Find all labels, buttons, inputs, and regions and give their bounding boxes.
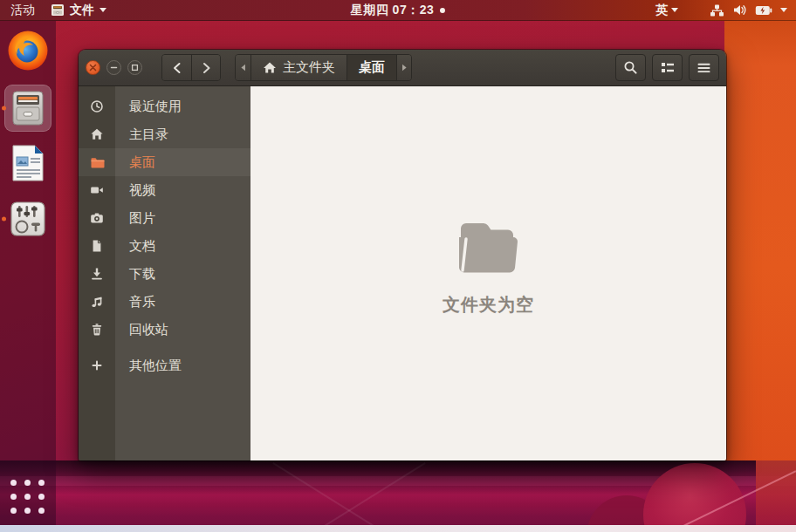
hamburger-icon [697, 63, 710, 73]
sidebar-item-music[interactable]: 音乐 [79, 288, 250, 316]
nav-buttons [161, 54, 221, 81]
close-button[interactable] [86, 60, 100, 75]
desktop: 活动 文件 星期四 07：23 英 [0, 0, 796, 532]
activities-button[interactable]: 活动 [10, 3, 35, 18]
sidebar-item-label: 文档 [115, 238, 155, 255]
sidebar-item-label: 桌面 [115, 154, 155, 171]
app-menu-label: 文件 [70, 3, 94, 18]
sidebar-item-label: 图片 [115, 210, 155, 227]
sidebar-item-label: 主目录 [115, 126, 168, 143]
volume-icon [732, 3, 747, 17]
view-toggle-button[interactable] [652, 54, 683, 81]
system-menu-chevron-icon[interactable] [780, 8, 787, 12]
running-indicator [2, 217, 6, 222]
dock-item-firefox[interactable] [0, 21, 56, 80]
folder-view[interactable]: 文件夹为空 [250, 86, 726, 460]
sidebar-item-label: 最近使用 [115, 99, 182, 115]
top-bar: 活动 文件 星期四 07：23 英 [0, 0, 796, 21]
sidebar-item-label: 下载 [115, 266, 155, 283]
firefox-icon [7, 30, 49, 72]
maximize-button[interactable] [127, 60, 142, 75]
sidebar-item-recent[interactable]: 最近使用 [79, 92, 250, 120]
files-app-icon [51, 3, 65, 17]
sidebar-item-label: 视频 [115, 182, 155, 199]
path-home-label: 主文件夹 [283, 59, 335, 76]
wallpaper-orange-band [724, 21, 796, 467]
plus-icon [79, 359, 115, 372]
path-scroll-left-button[interactable] [236, 55, 250, 80]
sidebar-item-desktop[interactable]: 桌面 [79, 148, 250, 176]
app-grid-icon [10, 480, 45, 515]
sidebar-item-home[interactable]: 主目录 [79, 120, 250, 148]
sidebar: 最近使用 主目录 桌面 [79, 86, 250, 460]
list-view-icon [661, 61, 675, 74]
sidebar-item-documents[interactable]: 文档 [79, 232, 250, 260]
pictures-icon [79, 211, 115, 225]
audio-mixer-icon [8, 199, 48, 239]
sidebar-item-label: 其他位置 [115, 358, 182, 374]
header-bar: 主文件夹 桌面 [79, 50, 726, 86]
empty-state: 文件夹为空 [443, 216, 534, 317]
notification-dot-icon [440, 8, 445, 13]
back-button[interactable] [162, 55, 191, 80]
sidebar-item-label: 回收站 [115, 322, 168, 338]
path-bar: 主文件夹 桌面 [235, 54, 412, 81]
dock [0, 21, 56, 525]
running-indicator [2, 106, 6, 111]
files-icon [4, 85, 51, 132]
system-tray[interactable]: 英 [655, 3, 796, 18]
documents-icon [79, 239, 115, 253]
folder-icon [79, 156, 115, 169]
wallpaper-right-red [756, 460, 796, 525]
sidebar-item-videos[interactable]: 视频 [79, 176, 250, 204]
sidebar-item-trash[interactable]: 回收站 [79, 316, 250, 344]
home-icon [263, 61, 277, 74]
dock-item-files[interactable] [0, 80, 56, 136]
sidebar-item-downloads[interactable]: 下载 [79, 260, 250, 288]
chevron-down-icon [100, 8, 106, 12]
dock-item-audio-mixer[interactable] [0, 190, 56, 248]
network-icon [710, 3, 724, 17]
path-current-button[interactable]: 桌面 [347, 55, 396, 80]
empty-folder-icon [452, 216, 525, 277]
minimize-button[interactable] [106, 60, 121, 75]
dock-item-libreoffice-writer[interactable] [0, 136, 56, 190]
sidebar-item-label: 音乐 [115, 294, 155, 310]
app-menu[interactable]: 文件 [51, 3, 106, 18]
chevron-down-icon [671, 8, 678, 12]
path-current-label: 桌面 [359, 59, 385, 76]
path-scroll-right-button[interactable] [396, 55, 411, 80]
downloads-icon [79, 267, 115, 281]
videos-icon [79, 183, 115, 197]
menu-button[interactable] [689, 54, 719, 81]
forward-button[interactable] [191, 55, 220, 80]
home-icon [79, 127, 115, 141]
path-home-button[interactable]: 主文件夹 [250, 55, 347, 80]
input-method-indicator[interactable]: 英 [655, 3, 678, 18]
files-window: 主文件夹 桌面 [79, 50, 726, 460]
sidebar-item-other-locations[interactable]: 其他位置 [79, 351, 250, 379]
recent-icon [79, 99, 115, 113]
show-applications-button[interactable] [0, 480, 56, 515]
empty-folder-message: 文件夹为空 [443, 293, 534, 317]
wallpaper-bottom-strip [0, 525, 796, 532]
input-method-label: 英 [655, 3, 668, 18]
trash-icon [79, 323, 115, 337]
clock[interactable]: 星期四 07：23 [351, 3, 435, 18]
libreoffice-writer-icon [8, 143, 48, 183]
search-icon [623, 60, 638, 75]
sidebar-item-pictures[interactable]: 图片 [79, 204, 250, 232]
search-button[interactable] [615, 54, 646, 81]
battery-charging-icon [755, 5, 772, 16]
music-icon [79, 295, 115, 309]
